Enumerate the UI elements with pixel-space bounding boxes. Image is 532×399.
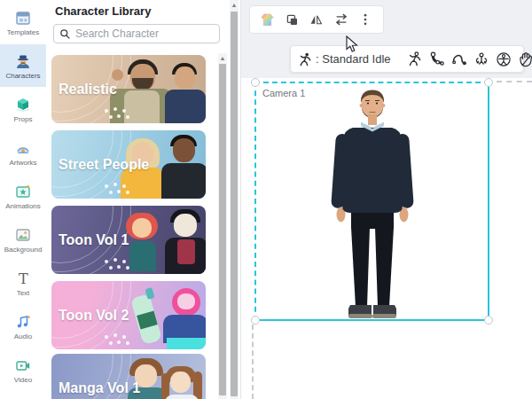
limb-icon[interactable] xyxy=(427,50,447,69)
search-input[interactable] xyxy=(75,27,214,40)
turnaround-icon[interactable] xyxy=(472,50,491,69)
flip-horizontal-icon[interactable] xyxy=(307,10,326,29)
banner-label: Street People xyxy=(59,157,149,173)
animation-toolbar: : Standard Idle xyxy=(290,45,524,73)
props-icon xyxy=(14,96,32,113)
sidebar-item-label: Audio xyxy=(14,332,32,340)
animation-actions xyxy=(405,50,532,69)
current-animation-label: : Standard Idle xyxy=(316,52,391,66)
scrollbar-thumb[interactable] xyxy=(219,64,226,395)
sidebar-item-artworks[interactable]: Artworks xyxy=(0,131,46,174)
banner-toon-vol-2[interactable]: Toon Vol 2 xyxy=(51,281,206,349)
banner-list-scrollbar[interactable]: ▲ xyxy=(218,53,227,399)
hand-gesture-icon[interactable] xyxy=(516,50,532,69)
sidebar-item-templates[interactable]: Templates xyxy=(0,1,46,43)
resize-handle-bottom-right[interactable] xyxy=(484,316,493,325)
run-icon xyxy=(298,52,312,66)
panel-scrollbar[interactable]: ▲ xyxy=(230,0,239,399)
sidebar-item-text[interactable]: T Text xyxy=(0,262,46,304)
motion-path-icon[interactable] xyxy=(450,50,469,69)
scene-boundary-top xyxy=(497,81,532,82)
animations-icon xyxy=(14,183,32,200)
action-run-icon[interactable] xyxy=(405,50,425,69)
sidebar-item-label: Text xyxy=(17,289,30,297)
video-icon xyxy=(14,356,32,374)
sidebar-item-label: Templates xyxy=(7,28,39,36)
sidebar-item-props[interactable]: Props xyxy=(0,88,46,130)
sidebar-item-label: Animations xyxy=(5,202,41,210)
templates-icon xyxy=(14,9,32,27)
characters-icon xyxy=(14,52,32,70)
sidebar-item-animations[interactable]: Animations xyxy=(0,175,46,217)
outfit-icon[interactable] xyxy=(258,10,278,29)
stage-area: : Standard Idle xyxy=(241,0,532,399)
object-toolbar xyxy=(249,5,384,34)
banner-label: Toon Vol 2 xyxy=(59,308,129,324)
sidebar-item-characters[interactable]: Characters xyxy=(0,44,46,87)
stage-character[interactable] xyxy=(315,85,430,323)
sidebar-item-label: Props xyxy=(14,115,33,123)
banner-toon-vol-1[interactable]: Toon Vol 1 xyxy=(51,206,206,274)
banner-street-people[interactable]: Street People xyxy=(51,130,206,199)
current-animation-button[interactable]: : Standard Idle xyxy=(298,52,391,66)
app-window: Templates Characters Props xyxy=(0,0,532,399)
banner-label: Toon Vol 1 xyxy=(59,232,129,248)
scene-boundary-left xyxy=(252,325,254,399)
audio-icon xyxy=(14,313,32,331)
resize-handle-bottom-left[interactable] xyxy=(251,316,260,325)
scrollbar-thumb[interactable] xyxy=(231,12,238,396)
main-sidebar: Templates Characters Props xyxy=(0,0,46,399)
duplicate-icon[interactable] xyxy=(282,10,301,29)
panel-title: Character Library xyxy=(55,4,151,18)
camera-label: Camera 1 xyxy=(262,88,305,98)
sidebar-item-video[interactable]: Video xyxy=(0,348,46,391)
scroll-up-arrow[interactable]: ▲ xyxy=(218,53,227,63)
sidebar-item-label: Video xyxy=(14,376,32,384)
sidebar-item-label: Background xyxy=(4,246,43,254)
pose-icon[interactable] xyxy=(494,50,513,69)
banner-label: Manga Vol 1 xyxy=(59,380,140,396)
sidebar-item-audio[interactable]: Audio xyxy=(0,305,46,348)
character-library-panel: Character Library Realistic xyxy=(46,0,229,399)
banner-label: Realistic xyxy=(59,82,117,98)
search-icon xyxy=(59,28,71,40)
more-icon[interactable] xyxy=(356,10,375,29)
resize-handle-top-left[interactable] xyxy=(251,78,260,87)
swap-icon[interactable] xyxy=(332,10,351,29)
sidebar-item-background[interactable]: Background xyxy=(0,218,46,261)
sidebar-item-label: Characters xyxy=(5,72,40,80)
sidebar-item-label: Artworks xyxy=(9,159,36,167)
scroll-up-arrow[interactable]: ▲ xyxy=(230,0,239,10)
text-icon: T xyxy=(14,270,32,287)
resize-handle-top-right[interactable] xyxy=(484,78,493,87)
sparkles-decor xyxy=(105,109,108,113)
artworks-icon xyxy=(14,139,32,157)
banner-manga-vol-1[interactable]: Manga Vol 1 xyxy=(51,354,206,399)
svg-text:T: T xyxy=(19,270,28,286)
background-icon xyxy=(14,226,32,244)
banner-realistic[interactable]: Realistic xyxy=(51,55,206,123)
search-box xyxy=(53,24,220,43)
